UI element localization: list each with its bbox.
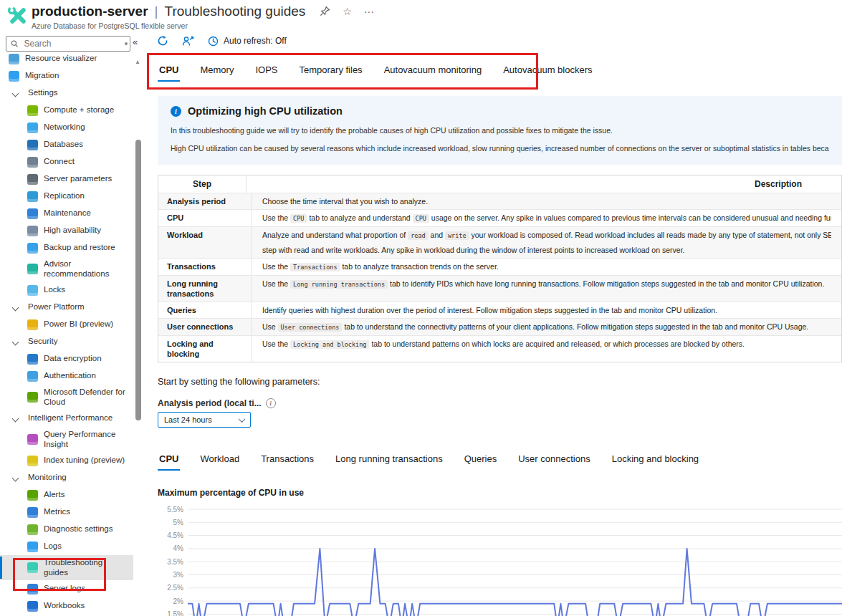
sidebar-search[interactable]	[6, 36, 130, 52]
sidebar-item-logs[interactable]: Logs	[0, 538, 133, 555]
svg-text:1.5%: 1.5%	[167, 610, 183, 616]
auto-refresh-label: Auto refresh: Off	[224, 36, 287, 46]
sidebar-item-metrics[interactable]: Metrics	[0, 504, 133, 521]
step-cell: User connections	[158, 319, 252, 335]
auto-refresh-button[interactable]: Auto refresh: Off	[208, 36, 287, 47]
sidebar-item-power-platform[interactable]: Power Platform	[0, 299, 133, 316]
chevron-down-icon	[12, 415, 19, 422]
metric-tab-cpu[interactable]: CPU	[158, 449, 180, 471]
resize-handle[interactable]	[125, 42, 128, 45]
guide-tabs: CPUMemoryIOPSTemporary filesAutovacuum m…	[158, 60, 842, 82]
sidebar-item-replication[interactable]: Replication	[0, 188, 133, 205]
step-cell: Locking and blocking	[158, 336, 252, 362]
collapse-sidebar-icon[interactable]: «	[133, 37, 138, 47]
table-row-user-connections: User connectionsUse User connections tab…	[158, 318, 841, 335]
sidebar-item-diagnostic-settings[interactable]: Diagnostic settings	[0, 521, 133, 538]
sidebar-item-workbooks[interactable]: Workbooks	[0, 597, 133, 615]
sidebar-item-advisor-recommendations[interactable]: Advisor recommendations	[0, 256, 133, 281]
sidebar-item-server-parameters[interactable]: Server parameters	[0, 170, 133, 188]
sidebar-item-label: Connect	[44, 154, 75, 170]
sidebar-item-label: Replication	[44, 188, 85, 204]
azure-portal-page: production-server | Troubleshooting guid…	[0, 0, 842, 616]
refresh-button[interactable]	[157, 35, 168, 47]
analysis-period-value: Last 24 hours	[164, 415, 212, 424]
table-row-cpu: CPUUse the CPU tab to analyze and unders…	[158, 209, 841, 226]
tab-temporary-files[interactable]: Temporary files	[297, 60, 363, 82]
sidebar-item-alerts[interactable]: Alerts	[0, 486, 133, 504]
tab-autovacuum-blockers[interactable]: Autovacuum blockers	[502, 60, 593, 82]
analysis-period-select[interactable]: Last 24 hours	[158, 412, 251, 428]
troubleshooting-guides-icon	[27, 562, 38, 573]
metric-tab-workload[interactable]: Workload	[198, 449, 241, 471]
tab-autovacuum-monitoring[interactable]: Autovacuum monitoring	[383, 60, 484, 82]
sidebar-item-data-encryption[interactable]: Data encryption	[0, 350, 133, 367]
more-options-icon[interactable]: ···	[364, 6, 374, 16]
description-cell: Use the Transactions tab to analyze tran…	[252, 259, 841, 275]
tab-iops[interactable]: IOPS	[254, 60, 279, 82]
metric-tab-transactions[interactable]: Transactions	[259, 449, 315, 471]
description-cell: Use the Long running transactions tab to…	[252, 276, 841, 302]
sidebar-nav: Resource visualizerMigrationSettingsComp…	[0, 50, 133, 616]
pin-icon[interactable]	[320, 6, 330, 18]
sidebar-item-maintenance[interactable]: Maintenance	[0, 205, 133, 222]
alerts-icon	[27, 490, 38, 501]
sidebar-item-label: Settings	[28, 85, 58, 101]
title-separator: |	[155, 4, 158, 19]
chart-title: Maximum percentage of CPU in use	[158, 488, 842, 498]
scroll-up-arrow-icon[interactable]: ▲	[135, 59, 140, 65]
favorite-star-icon[interactable]: ☆	[343, 6, 352, 16]
sidebar-item-authentication[interactable]: Authentication	[0, 367, 133, 385]
metric-tabs: CPUWorkloadTransactionsLong running tran…	[158, 449, 842, 471]
metric-tab-user-connections[interactable]: User connections	[517, 449, 591, 471]
sidebar-item-label: Power Platform	[28, 299, 85, 315]
locks-icon	[27, 285, 38, 296]
sidebar-item-high-availability[interactable]: High availability	[0, 222, 133, 239]
svg-text:5%: 5%	[173, 519, 184, 526]
sidebar-item-power-bi-preview[interactable]: Power BI (preview)	[0, 316, 133, 333]
sidebar-item-monitoring[interactable]: Monitoring	[0, 469, 133, 486]
sidebar-item-server-logs[interactable]: Server logs	[0, 580, 133, 597]
sidebar-item-backup-and-restore[interactable]: Backup and restore	[0, 239, 133, 256]
resource-type-subtitle: Azure Database for PostgreSQL flexible s…	[32, 21, 188, 30]
feedback-button[interactable]	[182, 36, 194, 47]
high-availability-icon	[27, 226, 38, 236]
sidebar-item-query-performance-insight[interactable]: Query Performance Insight	[0, 427, 133, 452]
svg-text:4%: 4%	[173, 544, 184, 552]
cpu-chart-svg: 5.5%5%4.5%4%3.5%3%2.5%2%1.5%1%0.5%	[158, 504, 842, 616]
sidebar-item-databases[interactable]: Databases	[0, 136, 133, 153]
tab-memory[interactable]: Memory	[198, 60, 235, 82]
sidebar-item-migration[interactable]: Migration	[0, 67, 133, 85]
sidebar-item-label: High availability	[44, 223, 101, 239]
step-cell: Transactions	[158, 259, 252, 275]
metric-tab-locking-and-blocking[interactable]: Locking and blocking	[611, 449, 700, 471]
sidebar-item-intelligent-performance[interactable]: Intelligent Performance	[0, 410, 133, 427]
sidebar-item-resource-visualizer[interactable]: Resource visualizer	[0, 50, 133, 67]
sidebar-item-microsoft-defender-for-cloud[interactable]: Microsoft Defender for Cloud	[0, 385, 133, 410]
metric-tab-long-running-transactions[interactable]: Long running transactions	[334, 449, 444, 471]
sidebar-item-label: Troubleshooting guides	[44, 555, 128, 580]
sidebar-item-label: Microsoft Defender for Cloud	[44, 385, 128, 410]
sidebar-item-troubleshooting-guides[interactable]: Troubleshooting guides	[0, 555, 133, 580]
sidebar-item-connect[interactable]: Connect	[0, 153, 133, 170]
svg-text:2%: 2%	[173, 597, 184, 605]
analysis-period-info-icon[interactable]: i	[266, 398, 276, 408]
table-row-transactions: TransactionsUse the Transactions tab to …	[158, 258, 841, 275]
sidebar-item-compute-storage[interactable]: Compute + storage	[0, 102, 133, 119]
description-cell: Use User connections tab to understand t…	[252, 319, 841, 335]
power-bi-icon	[27, 319, 38, 330]
tab-cpu[interactable]: CPU	[158, 60, 180, 82]
scrollbar-thumb[interactable]	[135, 140, 141, 420]
metric-tab-queries[interactable]: Queries	[463, 449, 499, 471]
sidebar-item-security[interactable]: Security	[0, 333, 133, 350]
sidebar-item-networking[interactable]: Networking	[0, 119, 133, 136]
advisor-recommendations-icon	[27, 264, 38, 274]
sidebar-item-label: Networking	[44, 120, 85, 135]
sidebar-item-settings[interactable]: Settings	[0, 85, 133, 102]
table-header-row: Step Description	[158, 175, 841, 193]
search-input[interactable]	[22, 38, 125, 49]
sidebar-item-locks[interactable]: Locks	[0, 281, 133, 299]
sidebar-item-index-tuning-preview[interactable]: Index tuning (preview)	[0, 452, 133, 469]
chevron-down-icon	[12, 304, 19, 311]
description-cell: Use the Locking and blocking tab to unde…	[252, 336, 841, 362]
banner-paragraph-1: In this troubleshooting guide we will tr…	[171, 126, 829, 135]
